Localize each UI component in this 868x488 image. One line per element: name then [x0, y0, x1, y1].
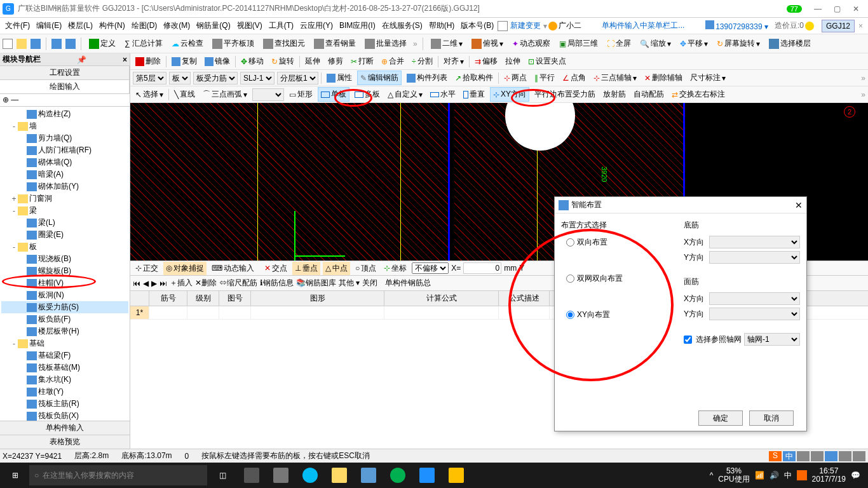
tree-item[interactable]: 梁(L)	[1, 217, 128, 229]
arc-tool[interactable]: ⌒三点画弧 ▾	[200, 88, 250, 101]
auto-rebar-button[interactable]: 自动配筋	[631, 88, 667, 101]
ok-button[interactable]: 确定	[698, 410, 743, 426]
menu-component[interactable]: 构件(N)	[97, 20, 128, 31]
multi-board-button[interactable]: 多板	[352, 88, 383, 101]
taskbar-app-4[interactable]	[325, 465, 353, 485]
floor-select[interactable]: 第5层	[133, 72, 166, 85]
toolbar-icon-1[interactable]: ⊕	[3, 95, 9, 104]
sum-button[interactable]: ∑ 汇总计算	[122, 37, 165, 50]
zoom-button[interactable]: 🔍缩放 ▾	[637, 37, 674, 50]
redo-icon[interactable]	[65, 39, 76, 49]
phone-number[interactable]: 13907298339	[715, 22, 762, 31]
start-button[interactable]: ⊞	[3, 465, 28, 485]
tray-sogou-icon[interactable]	[797, 470, 807, 480]
new-change-link[interactable]: 新建变更	[509, 20, 542, 31]
single-input-tab[interactable]: 单构件输入	[0, 421, 130, 435]
doc-tab[interactable]: GGJ12	[822, 20, 855, 32]
menu-draw[interactable]: 绘图(D)	[129, 20, 160, 31]
mirror-button[interactable]: 镜像	[202, 55, 233, 68]
pointangle-button[interactable]: ∠点角	[560, 71, 588, 85]
maximize-button[interactable]: ▢	[827, 3, 846, 15]
menu-help[interactable]: 帮助(H)	[426, 20, 458, 31]
midpoint-snap[interactable]: △中点	[323, 262, 350, 275]
grid-header[interactable]: 图号	[219, 291, 251, 306]
open-icon[interactable]	[17, 39, 27, 49]
setclamp-button[interactable]: ⊡设置夹点	[526, 55, 569, 68]
cloud-check-button[interactable]: ☁云检查	[169, 37, 206, 50]
tree-item[interactable]: 柱墩(Y)	[1, 386, 128, 398]
grid-header[interactable]: 筋号	[149, 291, 187, 306]
menu-steel[interactable]: 钢筋量(Q)	[194, 20, 233, 31]
tree-item[interactable]: 人防门框墙(RF)	[1, 144, 128, 156]
single-board-button[interactable]: 单板	[318, 87, 349, 102]
arc-options[interactable]	[252, 88, 284, 101]
rebar-info-button[interactable]: ℹ钢筋信息	[260, 278, 294, 288]
tray-ime[interactable]: 中	[784, 470, 792, 481]
row-number[interactable]: 1*	[130, 306, 149, 319]
radial-button[interactable]: 放射筋	[600, 88, 628, 101]
notification-icon[interactable]: 💬	[851, 471, 860, 480]
parallel-button[interactable]: ∥平行	[532, 71, 557, 85]
layer-select[interactable]: 分层板1	[277, 72, 318, 85]
tree-item[interactable]: +门窗洞	[1, 193, 128, 205]
ref-grid-checkbox[interactable]	[684, 336, 692, 344]
tab-draw-input[interactable]: 绘图输入	[0, 80, 130, 93]
find-view-button[interactable]: 查找图元	[261, 37, 308, 50]
dynamic-view-button[interactable]: ✦动态观察	[510, 37, 553, 50]
grid-header[interactable]: 公式描述	[499, 291, 550, 306]
category-select[interactable]: 板	[169, 72, 191, 85]
delaux-button[interactable]: ✕删除辅轴	[642, 71, 685, 85]
copy-button[interactable]: 复制	[169, 55, 200, 68]
line-tool[interactable]: ╲直线	[172, 88, 198, 101]
ime-cn-icon[interactable]: 中	[783, 451, 796, 461]
search-box[interactable]: ○在这里输入你要搜索的内容	[29, 465, 207, 485]
twopoint-button[interactable]: ⊹两点	[501, 71, 529, 85]
custom-button[interactable]: △自定义 ▾	[385, 88, 425, 101]
nav-next-icon[interactable]: ▶	[151, 279, 157, 288]
radio-dual-net[interactable]: 双网双向布置	[566, 273, 677, 284]
panel-close-icon[interactable]: ×	[123, 55, 127, 64]
menu-bim[interactable]: BIM应用(I)	[337, 20, 378, 31]
toolbar-icon-2[interactable]: —	[11, 95, 18, 104]
apex-snap[interactable]: ○顶点	[353, 262, 379, 275]
taskbar-app-5[interactable]	[355, 465, 383, 485]
menu-floor[interactable]: 楼层(L)	[65, 20, 95, 31]
top-y-select[interactable]	[709, 308, 800, 320]
ime-icon-7[interactable]	[853, 451, 865, 461]
intersect-snap[interactable]: ✕交点	[262, 262, 290, 275]
tree-item[interactable]: 圈梁(E)	[1, 229, 128, 241]
ime-icon-5[interactable]	[825, 451, 837, 461]
2d-button[interactable]: 二维 ▾	[428, 37, 465, 50]
menu-edit[interactable]: 编辑(E)	[34, 20, 64, 31]
tree-item[interactable]: 砌体加筋(Y)	[1, 180, 128, 193]
grid-header[interactable]: 级别	[187, 291, 219, 306]
bottom-y-select[interactable]	[709, 251, 800, 264]
threeaux-button[interactable]: ⊹三点辅轴 ▾	[591, 71, 639, 85]
name-select[interactable]: SLJ-1	[240, 72, 275, 85]
tree-item[interactable]: 筏板基础(M)	[1, 362, 128, 374]
rebar-lib-button[interactable]: 📚钢筋图库	[296, 278, 336, 288]
extend-button[interactable]: 延伸	[302, 55, 323, 68]
menu-online[interactable]: 在线服务(S)	[379, 20, 425, 31]
ime-icon-6[interactable]	[839, 451, 851, 461]
tree-item[interactable]: 暗梁(A)	[1, 168, 128, 180]
tree-item[interactable]: 螺旋板(B)	[1, 265, 128, 277]
offset-button[interactable]: ⇉偏移	[472, 55, 500, 68]
component-tree[interactable]: 构造柱(Z)-墙剪力墙(Q)人防门框墙(RF)砌体墙(Q)暗梁(A)砌体加筋(Y…	[0, 107, 130, 421]
select-tool[interactable]: ↖选择 ▾	[133, 88, 166, 101]
delete-button[interactable]: 删除	[133, 55, 163, 68]
scale-rebar-button[interactable]: ⇔缩尺配筋	[219, 278, 257, 288]
tree-item[interactable]: 柱帽(V)	[1, 277, 128, 289]
view-steel-button[interactable]: 查看钢量	[311, 37, 358, 50]
pan-button[interactable]: ✥平移 ▾	[677, 37, 710, 50]
bird-view-button[interactable]: 俯视 ▾	[469, 37, 506, 50]
menu-cloud[interactable]: 云应用(Y)	[297, 20, 336, 31]
taskbar-app-7[interactable]	[413, 465, 441, 485]
radio-xy-direction[interactable]: XY向布置	[566, 309, 677, 320]
tree-item[interactable]: 砌体墙(Q)	[1, 156, 128, 168]
ime-icon-3[interactable]	[797, 451, 810, 461]
radio-bidirectional[interactable]: 双向布置	[566, 237, 677, 248]
new-doc-icon[interactable]	[3, 39, 13, 49]
other-button[interactable]: 其他 ▾	[339, 278, 360, 288]
tree-item[interactable]: 板受力筋(S)	[1, 301, 128, 313]
